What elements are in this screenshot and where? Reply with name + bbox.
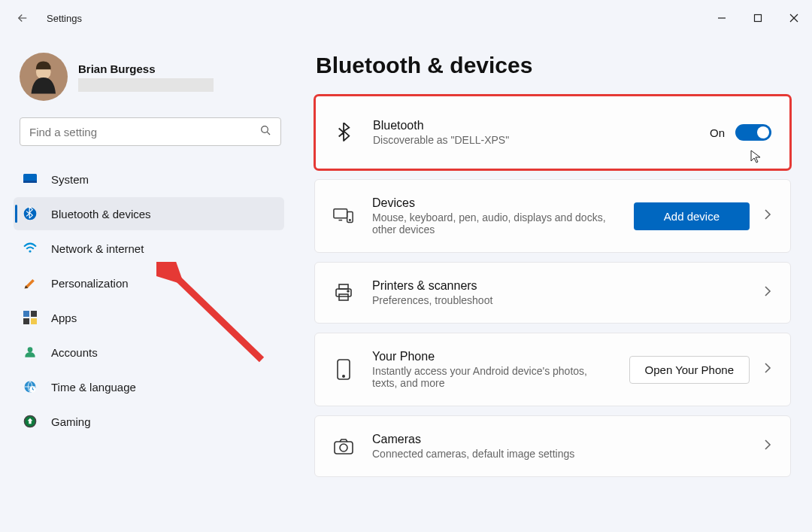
panel-subtitle: Instantly access your Android device's p… — [372, 365, 611, 389]
page-title: Bluetooth & devices — [316, 53, 794, 78]
camera-icon — [333, 436, 354, 457]
svg-rect-11 — [23, 311, 29, 317]
user-email-redacted — [78, 78, 214, 92]
panel-subtitle: Preferences, troubleshoot — [372, 294, 745, 306]
sidebar-item-label: Accounts — [51, 346, 98, 359]
open-your-phone-button[interactable]: Open Your Phone — [629, 356, 750, 384]
svg-rect-25 — [339, 284, 348, 289]
panel-your-phone[interactable]: Your Phone Instantly access your Android… — [314, 333, 791, 406]
svg-rect-12 — [31, 311, 37, 317]
close-button[interactable] — [776, 3, 812, 33]
chevron-right-icon[interactable] — [763, 362, 772, 377]
svg-rect-14 — [31, 318, 37, 324]
svg-rect-13 — [23, 318, 29, 324]
titlebar: Settings — [0, 0, 812, 36]
sidebar-item-bluetooth-devices[interactable]: Bluetooth & devices — [14, 197, 284, 230]
sidebar-item-label: Personalization — [51, 277, 129, 290]
gaming-icon — [23, 414, 38, 429]
panel-subtitle: Connected cameras, default image setting… — [372, 448, 745, 460]
main: Bluetooth & devices Bluetooth Discoverab… — [314, 48, 794, 532]
sidebar-item-label: System — [51, 173, 89, 186]
panel-subtitle: Discoverable as "DELL-XPS" — [373, 134, 692, 146]
chevron-right-icon[interactable] — [763, 439, 772, 454]
search-input[interactable] — [29, 126, 259, 138]
nav-list: System Bluetooth & devices Network & int… — [14, 163, 284, 438]
window-controls — [704, 3, 812, 33]
sidebar-item-network[interactable]: Network & internet — [14, 232, 284, 265]
back-button[interactable] — [15, 11, 30, 26]
svg-rect-24 — [336, 289, 351, 296]
panel-devices[interactable]: Devices Mouse, keyboard, pen, audio, dis… — [314, 179, 791, 253]
panel-title: Bluetooth — [373, 119, 692, 132]
chevron-right-icon[interactable] — [763, 208, 772, 223]
sidebar-item-system[interactable]: System — [14, 163, 284, 196]
sidebar-item-apps[interactable]: Apps — [14, 301, 284, 334]
panel-bluetooth[interactable]: Bluetooth Discoverable as "DELL-XPS" On — [314, 95, 791, 170]
bluetooth-toggle[interactable] — [735, 124, 771, 141]
svg-point-5 — [262, 126, 268, 133]
sidebar-item-personalization[interactable]: Personalization — [14, 266, 284, 299]
toggle-state-label: On — [710, 126, 725, 139]
svg-point-31 — [340, 444, 347, 451]
user-name: Brian Burgess — [78, 62, 214, 75]
window-title: Settings — [47, 13, 82, 24]
sidebar-item-time-language[interactable]: Time & language — [14, 370, 284, 403]
panel-title: Printers & scanners — [372, 279, 745, 293]
sidebar-item-label: Apps — [51, 312, 77, 324]
phone-icon — [333, 359, 354, 380]
sidebar-item-label: Bluetooth & devices — [51, 208, 151, 220]
sidebar-item-label: Time & language — [51, 381, 136, 394]
user-row[interactable]: Brian Burgess — [14, 48, 284, 111]
sidebar-item-gaming[interactable]: Gaming — [14, 405, 284, 438]
devices-icon — [333, 205, 354, 226]
panel-subtitle: Mouse, keyboard, pen, audio, displays an… — [372, 211, 616, 236]
bluetooth-toggle-row: On — [710, 124, 771, 141]
svg-line-6 — [267, 132, 270, 135]
panel-cameras[interactable]: Cameras Connected cameras, default image… — [314, 415, 791, 477]
globe-icon — [23, 379, 38, 394]
sidebar: Brian Burgess System Bluetooth & devices… — [14, 48, 284, 532]
svg-point-10 — [29, 250, 31, 252]
panel-title: Devices — [372, 196, 616, 210]
bluetooth-icon — [334, 122, 355, 143]
svg-point-15 — [28, 347, 33, 352]
add-device-button[interactable]: Add device — [634, 202, 750, 230]
svg-rect-26 — [339, 294, 348, 300]
svg-point-23 — [350, 220, 350, 220]
avatar — [20, 53, 68, 101]
panel-title: Cameras — [372, 433, 745, 446]
svg-rect-8 — [23, 181, 37, 183]
printer-icon — [333, 282, 354, 303]
wifi-icon — [23, 241, 38, 256]
bluetooth-icon — [23, 206, 38, 221]
cursor-icon — [750, 150, 762, 166]
panel-printers[interactable]: Printers & scanners Preferences, trouble… — [314, 262, 791, 324]
sidebar-item-label: Network & internet — [51, 242, 144, 255]
svg-rect-20 — [334, 209, 347, 218]
brush-icon — [23, 275, 38, 290]
search-icon — [259, 124, 271, 139]
accounts-icon — [23, 345, 38, 360]
search-box[interactable] — [20, 117, 281, 146]
svg-rect-1 — [755, 15, 762, 22]
svg-point-29 — [343, 375, 344, 377]
system-icon — [23, 172, 38, 187]
chevron-right-icon[interactable] — [763, 285, 772, 300]
apps-icon — [23, 310, 38, 325]
svg-point-27 — [347, 290, 349, 292]
sidebar-item-label: Gaming — [51, 415, 91, 428]
minimize-button[interactable] — [704, 3, 740, 33]
maximize-button[interactable] — [740, 3, 776, 33]
sidebar-item-accounts[interactable]: Accounts — [14, 336, 284, 369]
panel-title: Your Phone — [372, 350, 611, 363]
